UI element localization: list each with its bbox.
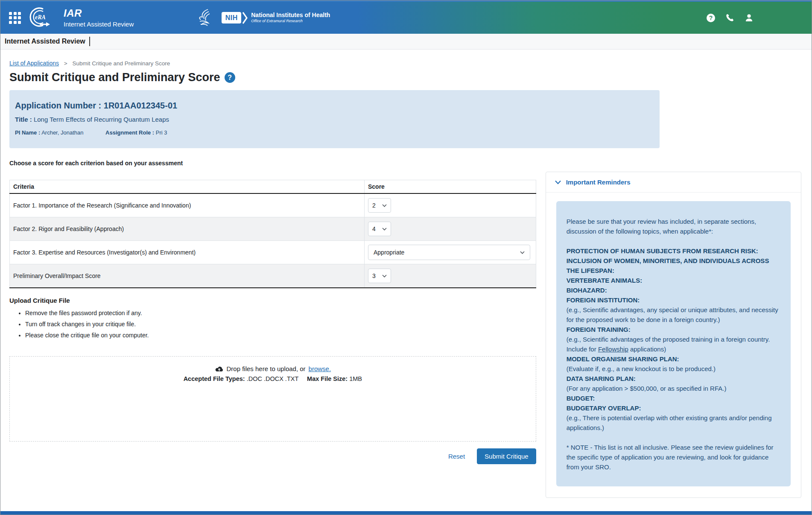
reminder-item: (e.g., Scientific advantages of the prop… xyxy=(567,334,780,354)
app-header: eRA IAR Internet Assisted Review NIH xyxy=(0,0,812,34)
upload-instruction-item: Turn off track changes in your critique … xyxy=(25,319,536,330)
reminders-list: PROTECTION OF HUMAN SUBJECTS FROM RESEAR… xyxy=(567,246,780,433)
cloud-upload-icon xyxy=(215,366,224,372)
max-size: 1MB xyxy=(349,375,362,382)
score-select[interactable]: 2 xyxy=(368,198,391,213)
application-number-label: Application Number : xyxy=(15,101,101,110)
important-reminders-header[interactable]: Important Reminders xyxy=(546,172,801,193)
reminder-text: (e.g., Scientific advantages of the prop… xyxy=(567,336,770,353)
reminder-text: applications) xyxy=(628,345,666,353)
app-launcher-icon[interactable] xyxy=(9,12,21,24)
product-name: Internet Assisted Review xyxy=(64,21,134,28)
dropzone-constraints: Accepted File Types: .DOC .DOCX .TXT Max… xyxy=(10,375,536,382)
application-number-line: Application Number : 1R01AA012345-01 xyxy=(15,100,651,111)
assignment-role-group: Assignment Role : Pri 3 xyxy=(105,129,167,136)
score-select-value: 3 xyxy=(372,272,376,279)
upload-instructions: Remove the files password protection if … xyxy=(9,307,536,341)
reminder-item: INCLUSION OF WOMEN, MINORITIES, AND INDI… xyxy=(567,256,780,275)
reminder-item: VERTEBRATE ANIMALS: xyxy=(567,275,780,285)
assignment-role: Pri 3 xyxy=(156,129,167,136)
application-title: Long Term Effects of Recurring Quantum L… xyxy=(34,116,169,123)
nih-logo-acronym: NIH xyxy=(222,12,241,23)
product-acronym: IAR xyxy=(64,8,134,19)
score-select[interactable]: Appropriate xyxy=(368,245,530,260)
criteria-table-body: Factor 1. Importance of the Research (Si… xyxy=(10,193,536,288)
reminder-text: FOREIGN TRAINING: xyxy=(567,326,631,333)
nih-logo-chevron-icon xyxy=(242,12,248,24)
era-logo: eRA xyxy=(28,6,51,30)
scoring-column: Choose a score for each criterion based … xyxy=(9,159,536,464)
era-logo-text: eRA xyxy=(35,14,46,20)
help-icon[interactable]: ? xyxy=(707,14,715,22)
criteria-row: Factor 3. Expertise and Resources (Inves… xyxy=(10,241,536,264)
reminder-item: (For any application > $500,000, or as s… xyxy=(567,383,780,393)
reminder-text: BUDGET: xyxy=(567,395,595,402)
reminders-intro: Please be sure that your review has incl… xyxy=(567,217,780,236)
file-dropzone[interactable]: Drop files here to upload, or browse. Ac… xyxy=(9,356,536,442)
accepted-types-label: Accepted File Types: xyxy=(184,375,245,382)
important-reminders-panel: Important Reminders Please be sure that … xyxy=(546,172,801,498)
breadcrumb: List of Applications > Submit Critique a… xyxy=(9,60,801,67)
assignment-role-label: Assignment Role : xyxy=(105,129,154,136)
breadcrumb-link-list-of-applications[interactable]: List of Applications xyxy=(9,60,59,67)
pi-name-label: PI Name : xyxy=(15,129,40,136)
phone-icon[interactable] xyxy=(725,13,734,22)
dropzone-prompt: Drop files here to upload, or browse. xyxy=(10,365,536,372)
chevron-down-icon xyxy=(555,180,561,184)
score-select[interactable]: 3 xyxy=(368,269,391,283)
nih-logo: NIH National Institutes of Health Office… xyxy=(222,12,330,24)
application-title-label: Title : xyxy=(15,116,32,123)
chevron-down-icon xyxy=(520,251,525,254)
reminder-text: (For any application > $500,000, or as s… xyxy=(567,385,727,392)
criteria-cell: Factor 1. Importance of the Research (Si… xyxy=(10,193,365,217)
reset-button[interactable]: Reset xyxy=(448,453,465,460)
score-cell: Appropriate xyxy=(365,241,536,264)
reminder-text: (e.g., There is potential overlap with o… xyxy=(567,414,772,431)
fellowship-link[interactable]: Fellowship xyxy=(598,345,628,353)
score-select[interactable]: 4 xyxy=(368,222,391,236)
criteria-cell: Factor 3. Expertise and Resources (Inves… xyxy=(10,241,365,264)
score-cell: 3 xyxy=(365,264,536,288)
reminder-item: FOREIGN TRAINING: xyxy=(567,325,780,334)
nih-name: National Institutes of Health xyxy=(251,12,330,18)
reminder-text: (Evaluate if, e.g., a new knockout is to… xyxy=(567,365,716,372)
score-select-value: 2 xyxy=(372,202,376,209)
pi-name: Archer, Jonathan xyxy=(41,129,83,136)
reminder-item: BUDGETARY OVERLAP: xyxy=(567,403,780,413)
upload-instruction-item: Please close the critique file on your c… xyxy=(25,330,536,341)
header-icon-group: ? xyxy=(707,13,754,22)
reminder-item: (e.g., There is potential overlap with o… xyxy=(567,413,780,433)
page-content: List of Applications > Submit Critique a… xyxy=(0,60,812,498)
reminder-item: (Evaluate if, e.g., a new knockout is to… xyxy=(567,364,780,374)
module-nav: Internet Assisted Review xyxy=(0,34,812,50)
chevron-down-icon xyxy=(382,204,387,207)
page-help-icon[interactable]: ? xyxy=(225,72,235,83)
criteria-header-row: Criteria Score xyxy=(10,180,536,194)
criteria-row: Factor 1. Importance of the Research (Si… xyxy=(10,193,536,217)
nih-text-lockup: National Institutes of Health Office of … xyxy=(251,12,330,23)
reminders-note: * NOTE - This list is not all inclusive.… xyxy=(567,442,780,472)
app-window: eRA IAR Internet Assisted Review NIH xyxy=(0,0,812,515)
reminder-text: MODEL ORGANISM SHARING PLAN: xyxy=(567,355,679,363)
nav-divider xyxy=(89,37,90,46)
page-title: Submit Critique and Preliminary Score ? xyxy=(9,71,801,84)
important-reminders-title: Important Reminders xyxy=(566,178,631,186)
user-icon[interactable] xyxy=(745,13,754,22)
application-summary: Application Number : 1R01AA012345-01 Tit… xyxy=(9,90,660,148)
accepted-types: .DOC .DOCX .TXT xyxy=(247,375,298,382)
reminder-text: INCLUSION OF WOMEN, MINORITIES, AND INDI… xyxy=(567,257,769,274)
score-select-value: Appropriate xyxy=(374,249,404,256)
page-title-text: Submit Critique and Preliminary Score xyxy=(9,71,220,84)
reminder-item: BIOHAZARD: xyxy=(567,285,780,295)
criteria-column-header: Criteria xyxy=(10,180,365,194)
score-column-header: Score xyxy=(365,180,536,194)
module-title: Internet Assisted Review xyxy=(5,38,85,45)
reminder-text: DATA SHARING PLAN: xyxy=(567,375,636,382)
submit-critique-button[interactable]: Submit Critique xyxy=(477,448,536,464)
nih-office: Office of Extramural Research xyxy=(251,19,330,23)
reminder-text: BUDGETARY OVERLAP: xyxy=(567,404,641,412)
browse-link[interactable]: browse. xyxy=(309,365,331,372)
reminder-item: (e.g., Scientific advantages, any specia… xyxy=(567,305,780,325)
chevron-down-icon xyxy=(382,275,387,278)
hhs-eagle-icon xyxy=(197,7,212,29)
